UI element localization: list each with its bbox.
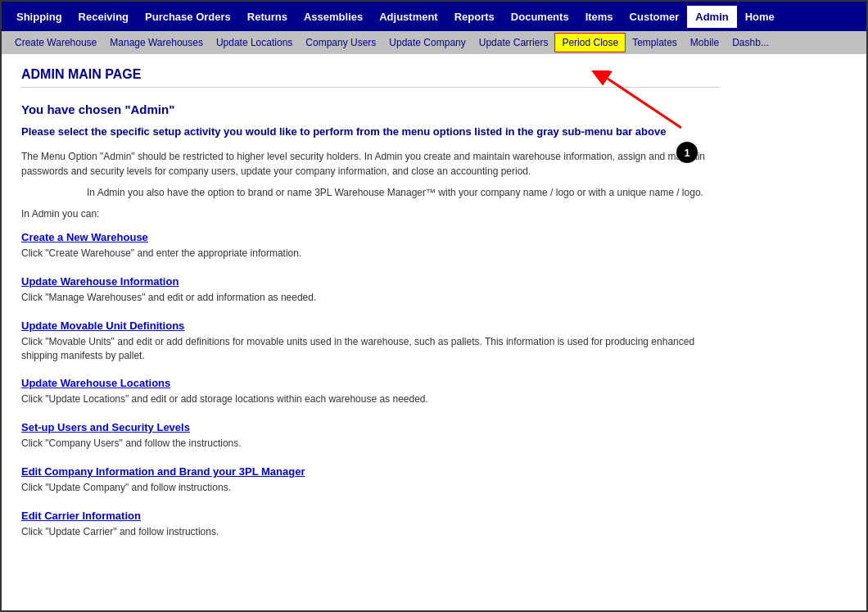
top-nav-item-assemblies[interactable]: Assemblies — [296, 6, 371, 28]
section-0: Create a New WarehouseClick "Create Ware… — [21, 231, 719, 261]
section-5: Edit Company Information and Brand your … — [21, 465, 719, 495]
top-nav-item-shipping[interactable]: Shipping — [8, 6, 70, 28]
main-content: 1 Admin Main Page You have chosen "Admin… — [2, 54, 739, 567]
section-1: Update Warehouse InformationClick "Manag… — [21, 275, 719, 305]
step-badge: 1 — [676, 142, 698, 163]
top-nav-item-adjustment[interactable]: Adjustment — [371, 6, 446, 28]
annotation-container: 1 — [591, 70, 689, 138]
sub-nav-item-update-carriers[interactable]: Update Carriers — [472, 34, 555, 52]
sub-nav-item-create-warehouse[interactable]: Create Warehouse — [8, 34, 103, 52]
top-nav-item-items[interactable]: Items — [577, 6, 622, 28]
sections-container: Create a New WarehouseClick "Create Ware… — [21, 231, 719, 538]
can-text: In Admin you can: — [21, 208, 719, 220]
sub-nav: Create WarehouseManage WarehousesUpdate … — [2, 31, 866, 54]
section-desc-6: Click "Update Carrier" and follow instru… — [21, 525, 719, 539]
section-title-5[interactable]: Edit Company Information and Brand your … — [21, 465, 719, 478]
sub-nav-item-dashb...[interactable]: Dashb... — [726, 34, 775, 52]
sub-nav-item-period-close[interactable]: Period Close — [554, 33, 626, 52]
section-2: Update Movable Unit DefinitionsClick "Mo… — [21, 320, 719, 363]
sub-nav-item-manage-warehouses[interactable]: Manage Warehouses — [103, 34, 210, 52]
top-nav-item-receiving[interactable]: Receiving — [70, 6, 137, 28]
section-desc-4: Click "Company Users" and follow the ins… — [21, 437, 719, 451]
top-nav-item-reports[interactable]: Reports — [446, 6, 503, 28]
section-desc-5: Click "Update Company" and follow instru… — [21, 481, 719, 495]
section-desc-2: Click "Movable Units" and edit or add de… — [21, 335, 719, 363]
section-title-4[interactable]: Set-up Users and Security Levels — [21, 421, 719, 433]
top-nav-item-purchase-orders[interactable]: Purchase Orders — [137, 6, 239, 28]
section-desc-0: Click "Create Warehouse" and enter the a… — [21, 247, 719, 261]
top-nav-item-documents[interactable]: Documents — [503, 6, 577, 28]
top-nav-item-admin[interactable]: Admin — [687, 6, 736, 28]
sub-nav-item-mobile[interactable]: Mobile — [684, 34, 726, 52]
section-title-0[interactable]: Create a New Warehouse — [21, 231, 719, 243]
desc-text-1: The Menu Option "Admin" should be restri… — [21, 149, 719, 179]
section-4: Set-up Users and Security LevelsClick "C… — [21, 421, 719, 451]
sub-nav-item-update-company[interactable]: Update Company — [382, 34, 472, 52]
section-desc-1: Click "Manage Warehouses" and edit or ad… — [21, 291, 719, 305]
section-title-3[interactable]: Update Warehouse Locations — [21, 377, 719, 389]
top-nav-item-customer[interactable]: Customer — [622, 6, 688, 28]
section-title-6[interactable]: Edit Carrier Information — [21, 510, 719, 522]
sub-nav-item-update-locations[interactable]: Update Locations — [210, 34, 299, 52]
sub-nav-item-company-users[interactable]: Company Users — [299, 34, 382, 52]
top-nav-item-returns[interactable]: Returns — [239, 6, 296, 28]
top-nav: ShippingReceivingPurchase OrdersReturnsA… — [2, 2, 866, 31]
section-title-2[interactable]: Update Movable Unit Definitions — [21, 320, 719, 332]
section-title-1[interactable]: Update Warehouse Information — [21, 275, 719, 288]
top-nav-item-home[interactable]: Home — [737, 6, 783, 28]
red-arrow-icon — [591, 70, 689, 136]
section-desc-3: Click "Update Locations" and edit or add… — [21, 392, 719, 406]
sub-nav-item-templates[interactable]: Templates — [626, 34, 684, 52]
section-3: Update Warehouse LocationsClick "Update … — [21, 377, 719, 406]
desc-text-2: In Admin you also have the option to bra… — [87, 185, 719, 200]
svg-line-1 — [608, 79, 681, 128]
section-6: Edit Carrier InformationClick "Update Ca… — [21, 510, 719, 539]
